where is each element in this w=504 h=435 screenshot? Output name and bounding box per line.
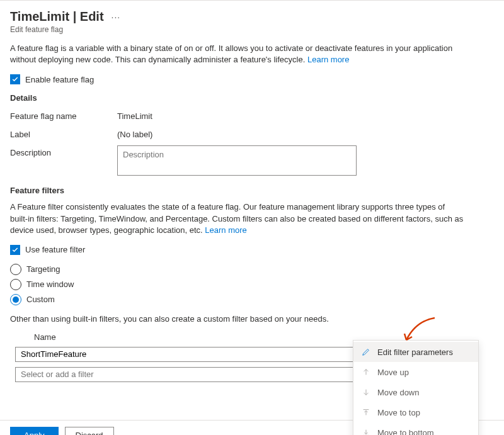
filter-context-menu: Edit filter parameters Move up Move down… [353,340,479,435]
details-heading: Details [10,93,494,103]
arrow-up-icon [361,367,371,377]
arrow-down-icon [361,387,371,397]
radio-time-window[interactable] [10,279,21,290]
label-value: (No label) [117,127,152,139]
menu-edit-filter-parameters[interactable]: Edit filter parameters [353,342,478,362]
enable-feature-flag-label: Enable feature flag [25,75,94,84]
add-filter-input[interactable] [15,367,355,382]
description-textarea[interactable] [117,145,357,176]
page-subtitle: Edit feature flag [10,25,494,34]
enable-feature-flag-checkbox[interactable] [10,74,20,84]
menu-move-to-top[interactable]: Move to top [353,402,478,422]
arrow-top-icon [361,407,371,417]
radio-custom[interactable] [10,294,21,305]
feature-flag-name-value: TimeLimit [117,109,152,121]
description-label: Description [10,145,117,157]
label-label: Label [10,127,117,139]
intro-text: A feature flag is a variable with a bina… [10,43,464,65]
pencil-icon [361,347,371,357]
discard-button[interactable]: Discard [65,427,114,435]
feature-filters-text: A Feature filter consistently evaluates … [10,201,464,236]
filters-learn-more-link[interactable]: Learn more [205,225,246,235]
radio-targeting-label: Targeting [26,264,60,274]
menu-move-up[interactable]: Move up [353,362,478,382]
apply-button[interactable]: Apply [10,427,59,435]
radio-time-window-label: Time window [26,280,74,289]
radio-targeting[interactable] [10,264,21,275]
menu-move-down[interactable]: Move down [353,382,478,402]
use-feature-filter-label: Use feature filter [25,245,85,254]
title-more-icon[interactable]: ··· [112,12,121,22]
feature-filters-heading: Feature filters [10,186,494,195]
page-title: TimeLimit | Edit [10,9,104,24]
learn-more-link[interactable]: Learn more [307,55,349,64]
radio-custom-label: Custom [26,295,55,304]
arrow-bottom-icon [361,427,371,435]
use-feature-filter-checkbox[interactable] [10,245,20,255]
menu-move-to-bottom[interactable]: Move to bottom [353,422,478,435]
filter-name-input[interactable] [15,347,355,362]
custom-filter-hint: Other than using built-in filters, you c… [10,314,494,324]
feature-flag-name-label: Feature flag name [10,109,117,121]
